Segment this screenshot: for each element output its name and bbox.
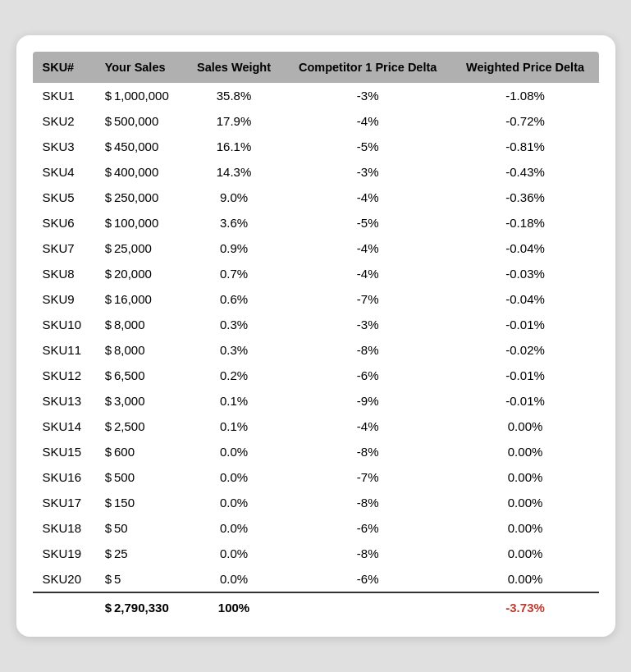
table-cell: -8%: [284, 439, 452, 464]
table-cell: -3%: [284, 312, 452, 337]
table-row: SKU20$ 50.0%-6%0.00%: [33, 566, 599, 592]
table-cell: -4%: [284, 414, 452, 439]
table-cell: -9%: [284, 388, 452, 414]
table-cell: SKU19: [33, 541, 95, 566]
table-cell: SKU10: [33, 312, 95, 337]
table-cell: $ 600: [95, 439, 185, 464]
table-cell: SKU6: [33, 210, 95, 235]
table-cell: SKU15: [33, 439, 95, 464]
table-cell: SKU1: [33, 83, 95, 108]
table-row: SKU12$ 6,5000.2%-6%-0.01%: [33, 363, 599, 388]
table-cell: -0.04%: [452, 286, 599, 312]
table-cell: 0.1%: [184, 414, 283, 439]
table-cell: $ 100,000: [95, 210, 185, 235]
table-cell: 9.0%: [184, 185, 283, 210]
table-cell: -7%: [284, 286, 452, 312]
table-row: SKU14$ 2,5000.1%-4%0.00%: [33, 414, 599, 439]
table-cell: 0.0%: [184, 541, 283, 566]
table-cell: 0.0%: [184, 490, 283, 515]
header-weighted: Weighted Price Delta: [452, 52, 599, 84]
table-cell: 0.0%: [184, 464, 283, 490]
table-cell: -0.43%: [452, 159, 599, 185]
table-cell: -0.72%: [452, 108, 599, 134]
table-cell: $ 25,000: [95, 235, 185, 261]
table-cell: $ 2,500: [95, 414, 185, 439]
table-row: SKU6$ 100,0003.6%-5%-0.18%: [33, 210, 599, 235]
table-cell: SKU17: [33, 490, 95, 515]
table-cell: SKU4: [33, 159, 95, 185]
header-comp1: Competitor 1 Price Delta: [284, 52, 452, 84]
table-row: SKU13$ 3,0000.1%-9%-0.01%: [33, 388, 599, 414]
table-cell: $ 16,000: [95, 286, 185, 312]
table-cell: 0.00%: [452, 414, 599, 439]
table-row: SKU11$ 8,0000.3%-8%-0.02%: [33, 337, 599, 363]
table-cell: 35.8%: [184, 83, 283, 108]
table-row: SKU16$ 5000.0%-7%0.00%: [33, 464, 599, 490]
table-cell: -0.02%: [452, 337, 599, 363]
table-row: SKU10$ 8,0000.3%-3%-0.01%: [33, 312, 599, 337]
table-cell: -5%: [284, 134, 452, 159]
table-cell: SKU13: [33, 388, 95, 414]
table-cell: 0.9%: [184, 235, 283, 261]
table-cell: 0.00%: [452, 439, 599, 464]
table-row: SKU2$ 500,00017.9%-4%-0.72%: [33, 108, 599, 134]
table-row: SKU5$ 250,0009.0%-4%-0.36%: [33, 185, 599, 210]
table-cell: 0.00%: [452, 566, 599, 592]
table-cell: 3.6%: [184, 210, 283, 235]
table-cell: -0.04%: [452, 235, 599, 261]
table-cell: -6%: [284, 515, 452, 541]
table-row: SKU18$ 500.0%-6%0.00%: [33, 515, 599, 541]
table-cell: -8%: [284, 490, 452, 515]
table-cell: $ 250,000: [95, 185, 185, 210]
table-row: SKU17$ 1500.0%-8%0.00%: [33, 490, 599, 515]
table-row: SKU4$ 400,00014.3%-3%-0.43%: [33, 159, 599, 185]
table-cell: SKU16: [33, 464, 95, 490]
header-row: SKU# Your Sales Sales Weight Competitor …: [33, 52, 599, 84]
table-cell: SKU11: [33, 337, 95, 363]
table-cell: -4%: [284, 261, 452, 286]
table-cell: 16.1%: [184, 134, 283, 159]
table-cell: $ 5: [95, 566, 185, 592]
table-cell: -0.03%: [452, 261, 599, 286]
table-cell: $ 150: [95, 490, 185, 515]
table-cell: -7%: [284, 464, 452, 490]
table-cell: -8%: [284, 337, 452, 363]
table-cell: 17.9%: [184, 108, 283, 134]
table-cell: 0.00%: [452, 490, 599, 515]
table-row: SKU7$ 25,0000.9%-4%-0.04%: [33, 235, 599, 261]
table-cell: SKU9: [33, 286, 95, 312]
table-cell: SKU3: [33, 134, 95, 159]
table-cell: SKU2: [33, 108, 95, 134]
table-cell: 14.3%: [184, 159, 283, 185]
totals-cell: -3.73%: [452, 592, 599, 620]
table-cell: -6%: [284, 363, 452, 388]
card-container: SKU# Your Sales Sales Weight Competitor …: [16, 35, 615, 638]
table-row: SKU1$ 1,000,00035.8%-3%-1.08%: [33, 83, 599, 108]
table-cell: -4%: [284, 185, 452, 210]
table-row: SKU15$ 6000.0%-8%0.00%: [33, 439, 599, 464]
table-cell: $ 8,000: [95, 337, 185, 363]
table-cell: 0.00%: [452, 515, 599, 541]
table-cell: SKU5: [33, 185, 95, 210]
table-cell: SKU14: [33, 414, 95, 439]
table-cell: -3%: [284, 159, 452, 185]
table-cell: -4%: [284, 235, 452, 261]
table-cell: $ 450,000: [95, 134, 185, 159]
table-cell: $ 500: [95, 464, 185, 490]
table-row: SKU8$ 20,0000.7%-4%-0.03%: [33, 261, 599, 286]
table-cell: -0.81%: [452, 134, 599, 159]
table-cell: $ 400,000: [95, 159, 185, 185]
totals-cell: 100%: [184, 592, 283, 620]
table-cell: SKU20: [33, 566, 95, 592]
table-cell: 0.3%: [184, 312, 283, 337]
table-cell: $ 50: [95, 515, 185, 541]
table-body: SKU1$ 1,000,00035.8%-3%-1.08%SKU2$ 500,0…: [33, 83, 599, 620]
sku-table: SKU# Your Sales Sales Weight Competitor …: [33, 52, 599, 621]
table-cell: 0.6%: [184, 286, 283, 312]
totals-cell: [33, 592, 95, 620]
table-row: SKU19$ 250.0%-8%0.00%: [33, 541, 599, 566]
table-cell: $ 25: [95, 541, 185, 566]
header-sales: Your Sales: [95, 52, 185, 84]
table-cell: 0.00%: [452, 541, 599, 566]
table-cell: $ 20,000: [95, 261, 185, 286]
